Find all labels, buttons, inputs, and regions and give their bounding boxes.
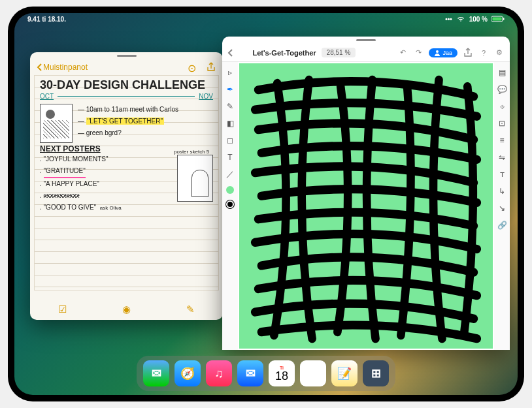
shape-tool-icon[interactable]: ◻ (225, 135, 235, 146)
window-handle[interactable] (117, 55, 137, 57)
chevron-left-icon (37, 63, 42, 71)
note-paper[interactable]: 30-DAY DESIGN CHALLENGE OCTNOV — 10am to… (34, 75, 219, 290)
app-mail[interactable]: ✉ (237, 360, 263, 386)
share-button[interactable]: Jaa (429, 48, 457, 57)
status-bar: 9.41 ti 18.10. ••• 100 % (14, 13, 518, 25)
right-tool-rail: ▤ 💬 ⟐ ⊡ ≡ ⇋ ᴛ ↳ ↘ 🔗 (494, 62, 510, 350)
adjust-icon[interactable]: ⟐ (497, 101, 507, 112)
battery-icon (491, 16, 505, 22)
line-tool-icon[interactable]: ／ (225, 169, 235, 180)
pen-tool-icon[interactable]: ✎ (225, 101, 235, 112)
share-label: Jaa (442, 50, 452, 56)
note-annotation: ask Oliva (100, 205, 122, 211)
undo-icon[interactable]: ↶ (397, 48, 408, 58)
back-label: Muistinpanot (43, 63, 88, 72)
bullet-1: 10am to 11am meet with Carlos (86, 106, 178, 113)
window-handle[interactable] (356, 39, 376, 41)
svg-rect-1 (493, 18, 502, 21)
arrow-icon[interactable]: ↘ (497, 203, 507, 213)
month-start: OCT (40, 93, 54, 100)
app-photos[interactable]: 🏵 (300, 360, 326, 386)
markup-icon[interactable]: ✎ (186, 304, 195, 315)
share-icon[interactable] (206, 62, 216, 72)
type-icon[interactable]: ᴛ (497, 169, 507, 180)
redo-icon[interactable]: ↷ (413, 48, 424, 58)
svg-point-3 (436, 50, 439, 53)
canvas-toolbar: Let's-Get-Together 28,51 % ↶ ↷ Jaa ? ⚙ (222, 44, 510, 62)
wifi-icon (456, 16, 465, 22)
list-item-strike: xxxxxxxxxxx (44, 192, 80, 199)
svg-rect-2 (503, 18, 505, 20)
settings-gear-icon[interactable]: ⚙ (494, 48, 505, 58)
canvas-window[interactable]: Let's-Get-Together 28,51 % ↶ ↷ Jaa ? ⚙ ▹… (222, 37, 510, 350)
sketch-thumbnail-1 (40, 104, 73, 143)
app-safari[interactable]: 🧭 (175, 360, 201, 386)
list-item: "A HAPPY PLACE" (44, 180, 99, 187)
three-dots-icon[interactable]: ••• (445, 16, 452, 23)
export-icon[interactable] (463, 48, 473, 58)
brush-tool-icon[interactable]: ✒ (225, 84, 235, 95)
link-icon[interactable]: 🔗 (497, 220, 507, 230)
help-icon[interactable]: ? (478, 48, 489, 58)
left-tool-rail: ▹ ✒ ✎ ◧ ◻ T ／ (222, 62, 238, 350)
doc-title[interactable]: Let's-Get-Together (252, 49, 316, 57)
status-time: 9.41 (27, 16, 40, 23)
pointer-tool-icon[interactable]: ▹ (225, 67, 235, 78)
app-music[interactable]: ♫ (206, 360, 232, 386)
calendar-day: 18 (275, 370, 288, 382)
path-icon[interactable]: ↳ (497, 186, 507, 196)
app-calendar[interactable]: Ti18 (269, 360, 295, 386)
list-item: "JOYFUL MOMENTS" (44, 155, 108, 163)
align-icon[interactable]: ≡ (497, 135, 507, 146)
layers-icon[interactable]: ▤ (497, 67, 507, 78)
status-date: ti 18.10. (42, 16, 66, 23)
camera-icon[interactable]: ◉ (122, 304, 131, 315)
crop-icon[interactable]: ⊡ (497, 118, 507, 129)
list-item: "GOOD TO GIVE" (44, 204, 97, 211)
person-icon (434, 50, 441, 56)
app-messages[interactable]: ✉ (143, 360, 169, 386)
dock: ✉ 🧭 ♫ ✉ Ti18 🏵 📝 ⊞ (137, 356, 395, 391)
text-tool-icon[interactable]: T (225, 152, 235, 163)
color-swatch-green[interactable] (226, 186, 234, 194)
checklist-icon[interactable]: ☑ (58, 304, 67, 315)
zoom-level[interactable]: 28,51 % (322, 48, 356, 57)
back-button[interactable]: Muistinpanot (37, 63, 88, 72)
comment-icon[interactable]: 💬 (497, 84, 507, 95)
flip-icon[interactable]: ⇋ (497, 152, 507, 163)
month-end: NOV (199, 93, 213, 100)
eraser-tool-icon[interactable]: ◧ (225, 118, 235, 129)
app-notes[interactable]: 📝 (331, 360, 357, 386)
color-swatch-black[interactable] (226, 200, 234, 208)
back-icon[interactable] (227, 49, 233, 57)
canvas-artboard[interactable] (239, 63, 493, 349)
bullet-3: green bgrd? (86, 129, 122, 136)
battery-pct: 100 % (469, 16, 488, 23)
list-item-underlined: "GRATITUDE" (44, 165, 86, 178)
sketch-thumbnail-2: poster sketch 5 (177, 155, 213, 202)
notes-window[interactable]: Muistinpanot ⊙ 30-DAY DESIGN CHALLENGE O… (30, 52, 223, 320)
note-title: 30-DAY DESIGN CHALLENGE (40, 79, 213, 91)
more-icon[interactable]: ⊙ (188, 62, 198, 72)
bullet-2-highlighted: "LET'S GET TOGETHER" (86, 118, 164, 125)
app-folder[interactable]: ⊞ (363, 360, 389, 386)
